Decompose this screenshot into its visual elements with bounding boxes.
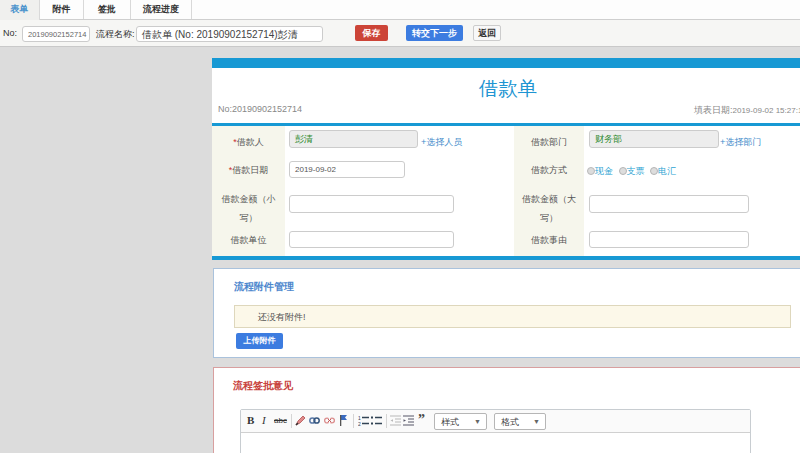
svg-text:2: 2	[358, 421, 361, 427]
